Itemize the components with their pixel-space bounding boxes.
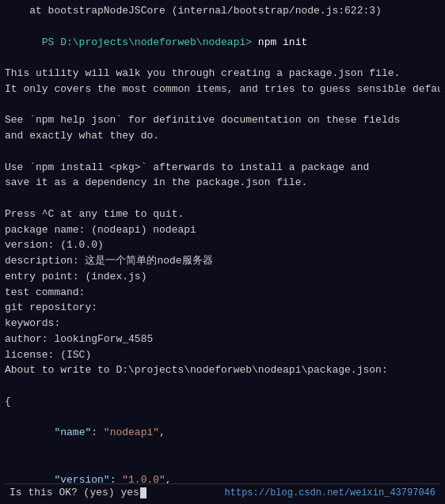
line-covers: It only covers the most common items, an… — [5, 81, 440, 97]
bottom-bar: Is this OK? (yes) yes https://blog.csdn.… — [5, 483, 440, 501]
line-blank4 — [5, 378, 440, 394]
line-keywords: keywords: — [5, 316, 440, 332]
line-see: See `npm help json` for definitive docum… — [5, 112, 440, 128]
line-license: license: (ISC) — [5, 347, 440, 363]
cursor — [140, 487, 146, 498]
line-blank2 — [5, 144, 440, 160]
ok-prompt: Is this OK? (yes) yes — [10, 487, 146, 498]
line-bootstrap: at bootstrapNodeJSCore (internal/bootstr… — [5, 3, 440, 19]
line-desc: description: 这是一个简单的node服务器 — [5, 253, 440, 269]
line-utility: This utility will walk you through creat… — [5, 66, 440, 81]
line-git: git repository: — [5, 300, 440, 316]
json-name: "name": "nodeapi", — [5, 410, 440, 457]
terminal-window: at bootstrapNodeJSCore (internal/bootstr… — [0, 0, 445, 504]
line-blank3 — [5, 191, 440, 207]
line-pkgname: package name: (nodeapi) nodeapi — [5, 222, 440, 238]
line-about: About to write to D:\projects\nodeforweb… — [5, 362, 440, 378]
csdn-link[interactable]: https://blog.csdn.net/weixin_43797046 — [225, 487, 435, 498]
line-use: Use `npm install <pkg>` afterwards to in… — [5, 160, 440, 176]
json-open-brace: { — [5, 394, 440, 410]
line-version: version: (1.0.0) — [5, 237, 440, 253]
line-entry: entry point: (index.js) — [5, 269, 440, 285]
line-save: save it as a dependency in the package.j… — [5, 175, 440, 191]
terminal-content: at bootstrapNodeJSCore (internal/bootstr… — [5, 3, 440, 483]
line-prompt: PS D:\projects\nodeforweb\nodeapi> npm i… — [5, 19, 440, 66]
line-and: and exactly what they do. — [5, 128, 440, 144]
line-author: author: lookingForw_4585 — [5, 332, 440, 347]
json-version: "version": "1.0.0", — [5, 457, 440, 483]
line-press: Press ^C at any time to quit. — [5, 207, 440, 222]
line-blank1 — [5, 97, 440, 113]
line-test-cmd: test command: — [5, 285, 440, 301]
ok-text[interactable]: Is this OK? (yes) yes — [10, 487, 139, 498]
